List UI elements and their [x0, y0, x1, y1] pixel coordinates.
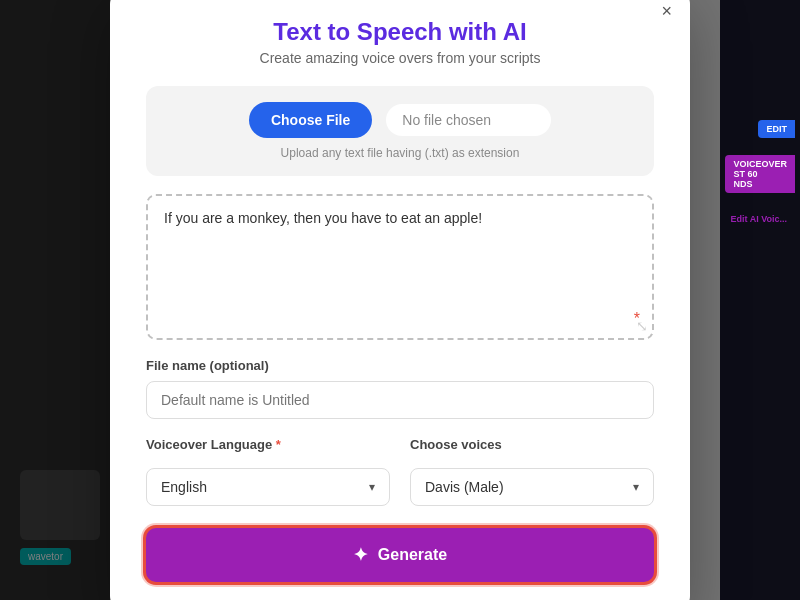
generate-label: Generate — [378, 546, 447, 564]
voiceover-badge: VOICEOVERST 60NDS — [725, 155, 795, 193]
close-button[interactable]: × — [661, 2, 672, 20]
filename-label: File name (optional) — [146, 358, 654, 373]
filename-input[interactable] — [146, 381, 654, 419]
selects-row: Voiceover Language * English ▾ Choose vo… — [146, 437, 654, 506]
language-select[interactable]: English ▾ — [146, 468, 390, 506]
language-required: * — [276, 437, 281, 452]
voice-select[interactable]: Davis (Male) ▾ — [410, 468, 654, 506]
sparkle-icon: ✦ — [353, 544, 368, 566]
modal-title: Text to Speech with AI — [146, 18, 654, 46]
file-hint: Upload any text file having (.txt) as ex… — [281, 146, 520, 160]
selected-language: English — [161, 479, 207, 495]
choose-voices-label: Choose voices — [410, 437, 654, 452]
choose-file-button[interactable]: Choose File — [249, 102, 372, 138]
modal-subtitle: Create amazing voice overs from your scr… — [146, 50, 654, 66]
voice-select-group: Choose voices Davis (Male) ▾ — [410, 437, 654, 506]
edit-badge: EDIT — [758, 120, 795, 138]
text-input-container: If you are a monkey, then you have to ea… — [146, 194, 654, 340]
resize-handle[interactable]: ⤡ — [636, 318, 648, 334]
voiceover-language-label: Voiceover Language * — [146, 437, 390, 452]
chevron-down-icon-2: ▾ — [633, 480, 639, 494]
no-file-label: No file chosen — [386, 104, 551, 136]
chevron-down-icon: ▾ — [369, 480, 375, 494]
file-upload-section: Choose File No file chosen Upload any te… — [146, 86, 654, 176]
edit-ai-badge: Edit AI Voic... — [722, 210, 795, 228]
generate-button-wrapper: ✦ Generate — [146, 528, 654, 582]
language-select-group: Voiceover Language * English ▾ — [146, 437, 390, 506]
modal: × Text to Speech with AI Create amazing … — [110, 0, 690, 600]
script-textarea[interactable]: If you are a monkey, then you have to ea… — [164, 210, 636, 320]
selected-voice: Davis (Male) — [425, 479, 504, 495]
generate-button[interactable]: ✦ Generate — [146, 528, 654, 582]
